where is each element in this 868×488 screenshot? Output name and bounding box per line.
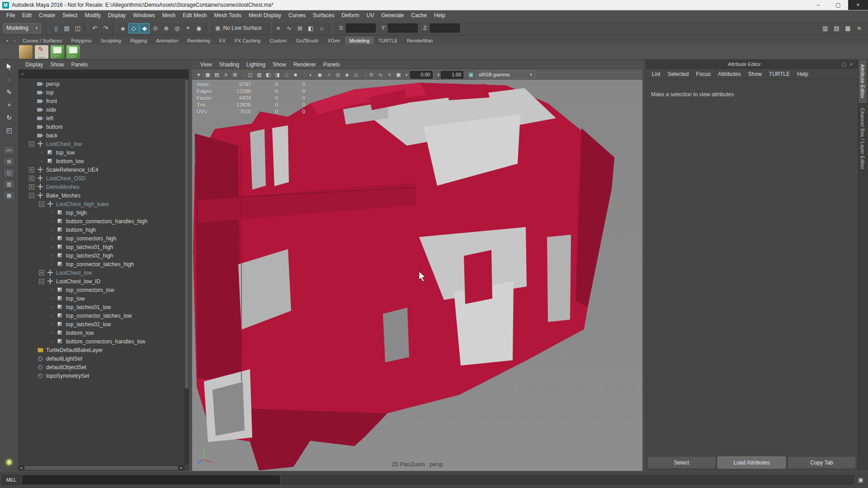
expand-collapse-icon[interactable]: ○: [49, 227, 54, 233]
live-surface-button[interactable]: ▣ No Live Surface: [215, 25, 262, 31]
expand-collapse-icon[interactable]: −: [39, 202, 44, 207]
attribute-editor-button[interactable]: Select: [647, 456, 716, 469]
expand-collapse-icon[interactable]: ○: [49, 210, 54, 216]
expand-collapse-icon[interactable]: ○: [49, 262, 54, 267]
attribute-editor-menu-item[interactable]: Attributes: [714, 71, 745, 77]
viewport-tool-icon[interactable]: ◨: [273, 71, 282, 79]
viewport-tool-icon[interactable]: ◧: [264, 71, 273, 79]
shelf-tab[interactable]: Polygons: [66, 37, 96, 44]
axis-input[interactable]: [388, 23, 418, 33]
shelf-menu-icon[interactable]: +: [11, 39, 18, 44]
expand-collapse-icon[interactable]: [29, 90, 34, 95]
outliner-item[interactable]: ○ bottom_low: [18, 328, 184, 337]
expand-collapse-icon[interactable]: [29, 99, 34, 104]
outliner-item[interactable]: ○ bottom_connectors_handles_high: [18, 217, 184, 225]
shelf-tab[interactable]: XGen: [323, 37, 345, 44]
outliner-item[interactable]: topoSymmetrySet: [18, 371, 184, 380]
menu-item[interactable]: Select: [59, 10, 81, 21]
tool-icon[interactable]: ✎: [2, 86, 16, 98]
snap-tool-icon[interactable]: ⊕: [161, 23, 171, 33]
menu-item[interactable]: Mesh: [159, 10, 179, 21]
sidebar-toggle-icon[interactable]: ▤: [831, 23, 842, 33]
tool-icon[interactable]: +: [2, 99, 16, 110]
shelf-tab[interactable]: RenderMan: [402, 37, 437, 44]
menu-item[interactable]: Windows: [129, 10, 159, 21]
highlighted-tool-icon[interactable]: ◉: [3, 455, 15, 467]
file-tool-icon[interactable]: ▯: [51, 23, 61, 33]
outliner-item[interactable]: defaultObjectSet: [18, 363, 184, 371]
expand-collapse-icon[interactable]: ○: [39, 159, 44, 164]
viewport-menu-item[interactable]: Lighting: [243, 61, 269, 68]
tool-icon[interactable]: [2, 61, 16, 72]
viewport-menu-item[interactable]: Panels: [320, 61, 344, 68]
outliner-item[interactable]: + DemoMeshes: [18, 183, 184, 191]
snap-tool-icon[interactable]: ◎: [172, 23, 182, 33]
layout-shortcut-icon[interactable]: ▭: [3, 145, 15, 155]
layout-shortcut-icon[interactable]: ▥: [3, 179, 15, 189]
outliner-horizontal-scrollbar[interactable]: ◄ ►: [18, 465, 184, 471]
viewport-tool-icon[interactable]: ◈: [343, 71, 351, 79]
snap-tool-icon[interactable]: ◇: [128, 23, 139, 33]
layout-shortcut-icon[interactable]: ⊞: [3, 157, 15, 166]
expand-collapse-icon[interactable]: ○: [49, 236, 54, 241]
viewport-canvas[interactable]: Verts: 6787 0 0 Edges: 13188 0 0 Faces: …: [192, 80, 642, 471]
attribute-editor-menu-item[interactable]: Help: [793, 71, 812, 77]
expand-collapse-icon[interactable]: ○: [49, 339, 54, 344]
menu-item[interactable]: File: [3, 10, 19, 21]
viewport-tool-icon[interactable]: ◎: [334, 71, 342, 79]
outliner-vertical-scrollbar[interactable]: [184, 79, 189, 465]
shelf-item[interactable]: CP: [66, 45, 80, 59]
viewport-tool-icon[interactable]: [362, 71, 365, 78]
outliner-item[interactable]: TurtleDefaultBakeLayer: [18, 346, 184, 354]
outliner-item[interactable]: left: [18, 114, 184, 122]
menu-item[interactable]: Display: [104, 10, 129, 21]
exposure-field[interactable]: 0.00: [410, 71, 433, 79]
panel-control-icon[interactable]: ▢: [840, 62, 848, 67]
menu-item[interactable]: Generate: [377, 10, 407, 21]
shelf-item[interactable]: Hist: [35, 45, 48, 59]
shelf-tab[interactable]: FX: [215, 37, 230, 44]
menu-item[interactable]: Help: [430, 10, 449, 21]
snap-tool-icon[interactable]: ◆: [139, 23, 150, 33]
shelf-menu-icon[interactable]: ▾: [4, 39, 11, 44]
menu-item[interactable]: UV: [363, 10, 378, 21]
history-tool-icon[interactable]: ⌂: [316, 23, 327, 33]
snap-tool-icon[interactable]: ◈: [118, 23, 128, 33]
menu-item[interactable]: Surfaces: [309, 10, 338, 21]
viewport-tool-icon[interactable]: [241, 71, 244, 78]
expand-collapse-icon[interactable]: +: [29, 184, 34, 190]
outliner-item[interactable]: + LootChest_OSD: [18, 174, 184, 183]
outliner-item[interactable]: front: [18, 97, 184, 105]
expand-collapse-icon[interactable]: −: [39, 279, 44, 284]
window-control-button[interactable]: –: [808, 0, 828, 10]
outliner-item[interactable]: + LootChest_low: [18, 268, 184, 277]
expand-collapse-icon[interactable]: [29, 81, 34, 87]
expand-collapse-icon[interactable]: [29, 124, 34, 130]
viewport-tool-icon[interactable]: ⊙: [367, 71, 376, 79]
snap-tool-icon[interactable]: ⌖: [183, 23, 193, 33]
outliner-item[interactable]: ○ bottom_low: [18, 157, 184, 165]
menu-item[interactable]: Cache: [407, 10, 430, 21]
viewport-tool-icon[interactable]: ▦: [203, 71, 212, 79]
outliner-item[interactable]: ○ top_latches02_high: [18, 251, 184, 260]
attribute-editor-menu-item[interactable]: TURTLE: [765, 71, 793, 77]
shelf-tab[interactable]: FX Caching: [230, 37, 265, 44]
outliner-item[interactable]: ○ top_high: [18, 208, 184, 217]
file-tool-icon[interactable]: ▤: [61, 23, 72, 33]
window-control-button[interactable]: ×: [848, 0, 868, 10]
menu-item[interactable]: Modify: [81, 10, 104, 21]
outliner-item[interactable]: ○ top_connector_latches_low: [18, 311, 184, 320]
menu-item[interactable]: Edit: [19, 10, 35, 21]
expand-collapse-icon[interactable]: [29, 347, 34, 353]
sidebar-toggle-icon[interactable]: ▥: [820, 23, 830, 33]
attribute-editor-menu-item[interactable]: Focus: [692, 71, 714, 77]
viewport-tool-icon[interactable]: ○: [325, 71, 333, 79]
outliner-item[interactable]: persp: [18, 80, 184, 88]
attribute-editor-menu-item[interactable]: Selected: [664, 71, 693, 77]
outliner-item[interactable]: ○ top_latches01_high: [18, 243, 184, 251]
outliner-item[interactable]: ○ top_latches02_low: [18, 320, 184, 328]
viewport-menu-item[interactable]: Shading: [216, 61, 243, 68]
file-tool-icon[interactable]: ◫: [72, 23, 83, 33]
pane-splitter[interactable]: [189, 60, 192, 471]
outliner-menu-item[interactable]: Show: [47, 61, 67, 68]
